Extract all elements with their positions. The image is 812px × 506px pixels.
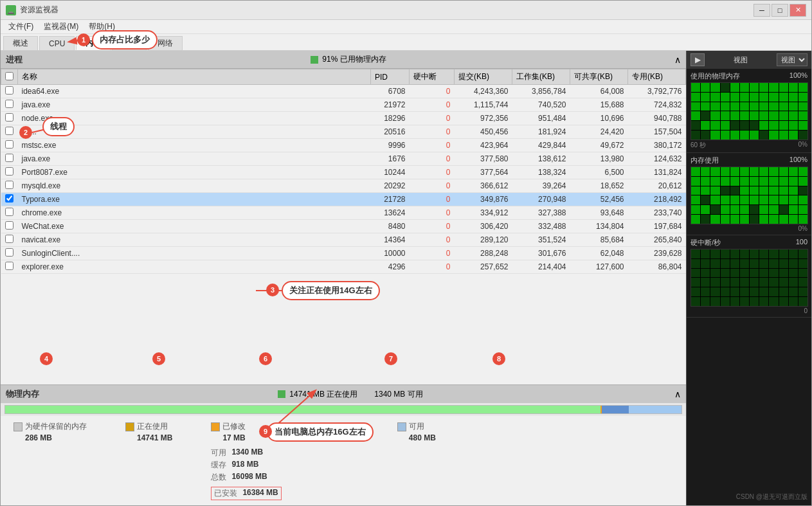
graph-cell xyxy=(798,195,807,204)
tab-cpu[interactable]: CPU xyxy=(39,36,75,50)
graph-cell xyxy=(730,249,739,258)
memory-collapse-btn[interactable]: ∧ xyxy=(674,389,681,399)
table-row[interactable]: mstsc.exe 9996 0 423,964 429,844 49,672 … xyxy=(1,139,686,152)
row-checkbox-cell[interactable] xyxy=(1,193,18,206)
graph-cell xyxy=(740,195,749,204)
menu-file[interactable]: 文件(F) xyxy=(3,20,39,33)
row-checkbox-cell[interactable] xyxy=(1,220,18,233)
table-row[interactable]: chrome.exe 13624 0 334,912 327,388 93,64… xyxy=(1,206,686,220)
row-checkbox-cell[interactable] xyxy=(1,125,18,139)
row-checkbox[interactable] xyxy=(5,208,14,216)
graph-cell xyxy=(691,111,700,120)
row-checkbox[interactable] xyxy=(5,221,14,230)
row-checkbox-cell[interactable] xyxy=(1,98,18,112)
col-shareable[interactable]: 可共享(KB) xyxy=(570,69,628,85)
graph-cell xyxy=(710,83,719,92)
row-checkbox-cell[interactable] xyxy=(1,233,18,247)
view-dropdown[interactable]: 视图 xyxy=(777,53,807,66)
table-row[interactable]: explorer.exe 4296 0 257,652 214,404 127,… xyxy=(1,260,686,274)
row-checkbox[interactable] xyxy=(5,194,14,203)
row-checkbox-cell[interactable] xyxy=(1,247,18,260)
memory-bar xyxy=(5,405,682,414)
row-checkbox[interactable] xyxy=(5,100,14,108)
process-workset: 332,488 xyxy=(512,220,570,233)
graph-cell xyxy=(750,186,759,195)
process-shareable: 13,980 xyxy=(570,152,628,166)
process-table[interactable]: 名称 PID 硬中断 提交(KB) 工作集(KB) 可共享(KB) 专用(KB)… xyxy=(1,69,686,384)
process-private: 124,632 xyxy=(628,152,686,166)
graph-cell xyxy=(721,287,730,296)
table-row[interactable]: SunloginClient.... 10000 0 288,248 301,6… xyxy=(1,247,686,260)
graph-cell xyxy=(710,177,719,186)
table-row[interactable]: navicat.exe 14364 0 289,120 351,524 85,6… xyxy=(1,233,686,247)
row-checkbox-cell[interactable] xyxy=(1,112,18,125)
row-checkbox[interactable] xyxy=(5,154,14,162)
row-checkbox-cell[interactable] xyxy=(1,152,18,166)
memory-use-grid xyxy=(691,167,807,224)
row-checkbox[interactable] xyxy=(5,262,14,270)
select-all-checkbox[interactable] xyxy=(5,72,14,80)
process-hard: 0 xyxy=(410,220,455,233)
col-hard-fault[interactable]: 硬中断 xyxy=(410,69,455,85)
graph-cell xyxy=(691,215,700,224)
graph-cell xyxy=(691,93,700,102)
graph-cell xyxy=(710,102,719,111)
process-commit: 450,456 xyxy=(455,125,512,139)
menu-monitor[interactable]: 监视器(M) xyxy=(39,20,84,33)
row-checkbox[interactable] xyxy=(5,113,14,122)
graph-cell xyxy=(759,186,768,195)
graph-cell xyxy=(691,195,700,204)
col-pid[interactable]: PID xyxy=(371,69,410,85)
table-row[interactable]: node.exe 18296 0 972,356 951,484 10,696 … xyxy=(1,112,686,125)
minimize-button[interactable]: ─ xyxy=(753,4,770,17)
graph-cell xyxy=(730,297,739,306)
maximize-button[interactable]: □ xyxy=(771,4,788,17)
row-checkbox-cell[interactable] xyxy=(1,206,18,220)
row-checkbox-cell[interactable] xyxy=(1,166,18,179)
table-row[interactable]: java.exe 21972 0 1,115,744 740,520 15,68… xyxy=(1,98,686,112)
row-checkbox[interactable] xyxy=(5,248,14,257)
process-commit: 377,564 xyxy=(455,166,512,179)
process-collapse-btn[interactable]: ∧ xyxy=(674,55,681,65)
row-checkbox-cell[interactable] xyxy=(1,85,18,98)
row-checkbox[interactable] xyxy=(5,181,14,189)
col-workset[interactable]: 工作集(KB) xyxy=(512,69,570,85)
col-private[interactable]: 专用(KB) xyxy=(628,69,686,85)
col-commit[interactable]: 提交(KB) xyxy=(455,69,512,85)
row-checkbox[interactable] xyxy=(5,235,14,243)
legend-hardware: 为硬件保留的内存 286 MB xyxy=(14,421,87,442)
table-row[interactable]: java.exe 1676 0 377,580 138,612 13,980 1… xyxy=(1,152,686,166)
watermark-area: CSDN @退无可退而立版 xyxy=(687,488,811,505)
row-checkbox[interactable] xyxy=(5,127,14,135)
table-row[interactable]: Port8087.exe 10244 0 377,564 138,324 6,5… xyxy=(1,166,686,179)
process-hard: 0 xyxy=(410,193,455,206)
table-row[interactable]: mysqld.exe 20292 0 366,612 39,264 18,652… xyxy=(1,179,686,193)
table-row[interactable]: Typora.exe 21728 0 349,876 270,948 52,45… xyxy=(1,193,686,206)
row-checkbox-cell[interactable] xyxy=(1,260,18,274)
row-checkbox[interactable] xyxy=(5,86,14,95)
graph-cell xyxy=(701,102,710,111)
row-checkbox-cell[interactable] xyxy=(1,139,18,152)
stat-available-label: 可用 xyxy=(211,447,226,458)
graph-cell xyxy=(769,102,778,111)
memory-bar-container xyxy=(1,403,686,416)
row-checkbox-cell[interactable] xyxy=(1,179,18,193)
table-row[interactable]: ne... 20516 0 450,456 181,924 24,420 157… xyxy=(1,125,686,139)
graph-cell xyxy=(769,287,778,296)
table-row[interactable]: idea64.exe 6708 0 4,243,360 3,856,784 64… xyxy=(1,85,686,98)
memory-bar-available xyxy=(629,406,681,413)
hard-fault-canvas xyxy=(690,249,808,307)
right-nav-button[interactable]: ▶ xyxy=(690,53,705,66)
row-checkbox[interactable] xyxy=(5,140,14,149)
close-button[interactable]: ✕ xyxy=(789,4,806,17)
col-checkbox[interactable] xyxy=(1,69,18,85)
graph-cell xyxy=(730,111,739,120)
process-shareable: 85,684 xyxy=(570,233,628,247)
tab-overview[interactable]: 概述 xyxy=(3,36,38,50)
col-name[interactable]: 名称 xyxy=(18,69,371,85)
row-checkbox[interactable] xyxy=(5,167,14,176)
table-row[interactable]: WeChat.exe 8480 0 306,420 332,488 134,80… xyxy=(1,220,686,233)
graph-cell xyxy=(721,269,730,278)
view-label: 视图 xyxy=(734,55,748,65)
process-shareable: 64,008 xyxy=(570,85,628,98)
